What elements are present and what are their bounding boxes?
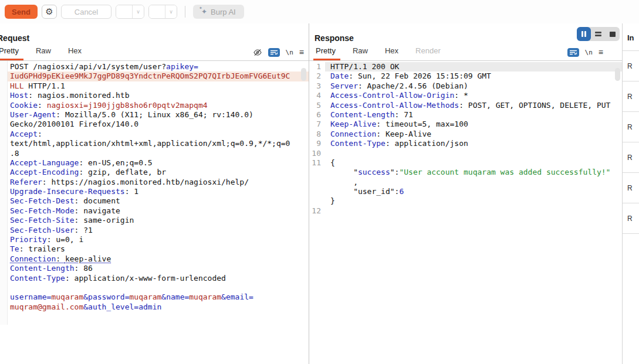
inspector-title: In bbox=[623, 23, 639, 51]
repeater-toolbar: Send ⚙ Cancel < ∨ > ∨ ✦ Burp AI bbox=[0, 0, 639, 23]
request-editor-gutter bbox=[0, 61, 8, 325]
burp-ai-button[interactable]: ✦ Burp AI bbox=[193, 5, 244, 19]
chevron-down-icon: ∨ bbox=[169, 9, 173, 15]
inspector-row[interactable]: R bbox=[623, 173, 639, 203]
newline-toggle-icon[interactable]: \n bbox=[286, 49, 293, 56]
request-code-line: username=muqaram&password=muqaram&name=m… bbox=[0, 292, 309, 302]
response-code-line: 2Date: Sun, 22 Feb 2026 15:15:09 GMT bbox=[309, 72, 622, 81]
chevron-down-icon: ∨ bbox=[136, 9, 140, 15]
word-wrap-icon[interactable] bbox=[268, 48, 280, 57]
line-number: 11 bbox=[309, 158, 325, 168]
line-number: 12 bbox=[309, 206, 325, 216]
request-code-line: Referer: https://nagios.monitored.htb/na… bbox=[0, 178, 309, 187]
request-editor[interactable]: POST /nagiosxi/api/v1/system/user?apikey… bbox=[0, 61, 309, 312]
history-back-group: < ∨ bbox=[116, 5, 144, 19]
line-number: 8 bbox=[309, 130, 325, 139]
response-panel: Response Pretty Raw Hex Render \n ≡ 1HTT… bbox=[309, 23, 623, 364]
response-code-line: 12 bbox=[309, 206, 622, 216]
request-code-line: Host: nagios.monitored.htb bbox=[0, 91, 309, 100]
layout-rows-button[interactable] bbox=[591, 27, 605, 41]
response-tabbar: Pretty Raw Hex Render \n ≡ bbox=[309, 43, 622, 61]
response-tab-pretty[interactable]: Pretty bbox=[316, 46, 336, 60]
request-code-line: Gecko/20100101 Firefox/140.0 bbox=[0, 120, 309, 129]
request-tab-raw[interactable]: Raw bbox=[36, 46, 51, 60]
request-code-line: Cookie: nagiosxi=j190jjgb8sho6r0pqtv2map… bbox=[0, 101, 309, 110]
response-code-line: 3Server: Apache/2.4.56 (Debian) bbox=[309, 81, 622, 91]
request-menu-icon[interactable]: ≡ bbox=[299, 47, 304, 57]
line-number bbox=[309, 187, 325, 196]
inspector-row[interactable]: R bbox=[623, 81, 639, 112]
response-code-line: 1HTTP/1.1 200 OK bbox=[309, 62, 622, 72]
columns-layout-icon bbox=[581, 31, 583, 37]
newline-toggle-icon[interactable]: \n bbox=[585, 49, 593, 56]
response-tab-raw[interactable]: Raw bbox=[353, 46, 368, 60]
response-code-line: 6Content-Length: 71 bbox=[309, 110, 622, 120]
request-scrollbar[interactable] bbox=[301, 68, 306, 81]
line-number bbox=[309, 168, 325, 177]
line-number: 2 bbox=[309, 72, 325, 81]
request-code-line: .8 bbox=[0, 149, 309, 158]
response-tab-hex[interactable]: Hex bbox=[385, 46, 398, 60]
response-menu-icon[interactable]: ≡ bbox=[599, 47, 603, 57]
request-panel-title: Request bbox=[0, 33, 309, 43]
request-code-line: HLL HTTP/1.1 bbox=[0, 81, 309, 91]
layout-columns-button[interactable] bbox=[577, 27, 591, 41]
request-tab-pretty[interactable]: Pretty bbox=[0, 46, 19, 60]
request-code-line: Connection: keep-alive bbox=[0, 254, 309, 264]
request-code-line: Accept: bbox=[0, 130, 309, 139]
line-number: 10 bbox=[309, 149, 325, 158]
request-code-line bbox=[0, 283, 309, 292]
line-number: 3 bbox=[309, 81, 325, 91]
inspector-row[interactable]: R bbox=[623, 51, 639, 81]
send-button[interactable]: Send bbox=[5, 5, 38, 19]
response-code-line: 9Content-Type: application/json bbox=[309, 139, 622, 148]
line-number bbox=[309, 196, 325, 206]
response-editor[interactable]: 1HTTP/1.1 200 OK2Date: Sun, 22 Feb 2026 … bbox=[309, 61, 622, 216]
line-number: 4 bbox=[309, 91, 325, 100]
response-code-line: } bbox=[309, 196, 622, 206]
request-code-line: text/html,application/xhtml+xml,applicat… bbox=[0, 139, 309, 148]
rows-layout-icon bbox=[595, 32, 601, 37]
request-code-line: Content-Type: application/x-www-form-url… bbox=[0, 274, 309, 283]
request-code-line: Priority: u=0, i bbox=[0, 235, 309, 244]
line-number: 1 bbox=[309, 62, 325, 72]
toolbar-divider bbox=[185, 6, 185, 18]
response-code-line: 10 bbox=[309, 149, 622, 158]
cancel-button[interactable]: Cancel bbox=[61, 5, 111, 19]
line-number: 5 bbox=[309, 101, 325, 110]
response-code-line: "success":"User account muqaram was adde… bbox=[309, 168, 622, 177]
request-code-line: Accept-Encoding: gzip, deflate, br bbox=[0, 168, 309, 177]
request-code-line: User-Agent: Mozilla/5.0 (X11; Linux x86_… bbox=[0, 110, 309, 120]
response-code-line: 11{ bbox=[309, 158, 622, 168]
inspector-row[interactable]: R bbox=[623, 203, 639, 234]
inspector-row[interactable]: R bbox=[623, 142, 639, 173]
back-dropdown-button[interactable]: ∨ bbox=[132, 5, 144, 18]
response-scrollbar[interactable] bbox=[615, 68, 620, 81]
hide-eye-icon[interactable] bbox=[253, 48, 262, 57]
request-code-line: Sec-Fetch-Dest: document bbox=[0, 196, 309, 206]
response-code-line: 8Connection: Keep-Alive bbox=[309, 130, 622, 139]
request-code-line: POST /nagiosxi/api/v1/system/user?apikey… bbox=[0, 62, 309, 72]
burp-ai-label: Burp AI bbox=[211, 8, 236, 16]
response-tab-render[interactable]: Render bbox=[415, 46, 441, 60]
sparkle-icon: ✦ bbox=[201, 8, 207, 16]
back-button[interactable]: < bbox=[116, 5, 132, 19]
layout-toggle-group bbox=[577, 27, 620, 41]
line-number: 7 bbox=[309, 120, 325, 129]
single-layout-icon bbox=[610, 32, 616, 37]
request-code-line: Content-Length: 86 bbox=[0, 264, 309, 273]
request-code-line: Sec-Fetch-Site: same-origin bbox=[0, 216, 309, 225]
send-settings-gear-button[interactable]: ⚙ bbox=[42, 5, 57, 19]
forward-dropdown-button[interactable]: ∨ bbox=[165, 5, 177, 18]
line-number: 9 bbox=[309, 139, 325, 148]
gear-icon: ⚙ bbox=[45, 6, 53, 17]
request-tab-hex[interactable]: Hex bbox=[68, 46, 82, 60]
inspector-row[interactable]: R bbox=[623, 112, 639, 142]
response-code-line: "user_id":6 bbox=[309, 187, 622, 196]
layout-single-button[interactable] bbox=[606, 27, 620, 41]
response-panel-title: Response bbox=[315, 33, 622, 43]
word-wrap-icon[interactable] bbox=[567, 48, 579, 57]
history-forward-group: > ∨ bbox=[148, 5, 177, 19]
forward-button[interactable]: > bbox=[149, 5, 165, 19]
response-code-line: 7Keep-Alive: timeout=5, max=100 bbox=[309, 120, 622, 129]
